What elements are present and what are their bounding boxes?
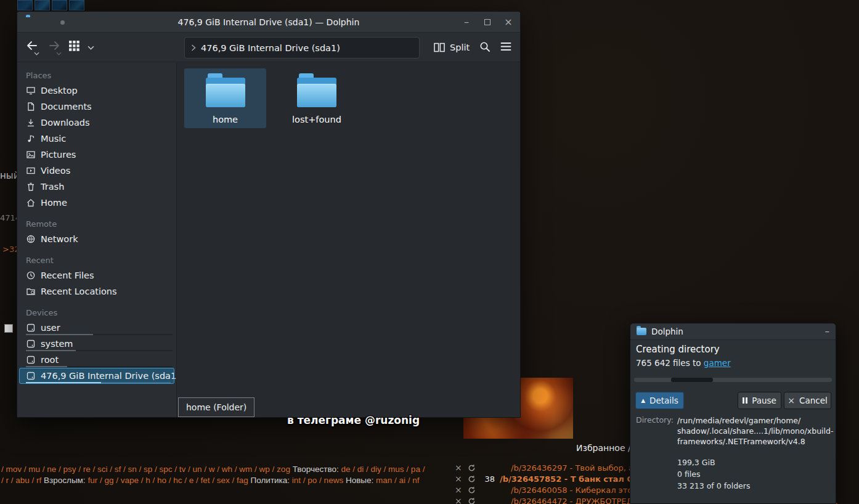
target-folder-link[interactable]: gamer (704, 358, 731, 368)
board-links[interactable]: / mov / mu / ne / psy / re / sci / sf / … (1, 465, 290, 474)
back-button[interactable] (26, 40, 38, 51)
sidebar-device-system[interactable]: system (17, 336, 176, 352)
hard-drive-icon (26, 323, 35, 333)
video-icon (26, 166, 35, 176)
directory-path: /run/media/redevl/gamer/home/ shadow/.lo… (677, 415, 835, 447)
sidebar-device-internal-drive[interactable]: 476,9 GiB Internal Drive (sda1) (19, 368, 174, 384)
progress-files-line: 765 642 files to gamer (636, 358, 731, 368)
pause-icon (743, 397, 747, 404)
forward-history-chevron-icon[interactable] (56, 52, 62, 55)
cancel-button[interactable]: × Cancel (784, 392, 831, 409)
split-button[interactable]: Split (429, 38, 474, 57)
post-checkbox[interactable] (4, 324, 13, 333)
folder-item-lost-found[interactable]: lost+found (280, 68, 354, 128)
minimize-button[interactable]: – (825, 326, 830, 337)
browser-thumbnail[interactable] (17, 0, 33, 10)
titlebar[interactable]: 476,9 GiB Internal Drive (sda1) — Dolphi… (17, 12, 520, 33)
favorite-row[interactable]: × /b/326460058 - Киберкал это ка... (455, 484, 653, 495)
sidebar-item-home[interactable]: Home (17, 195, 176, 211)
favorite-thread-link[interactable]: /b/326457852 - Т банк стал Ск... (500, 474, 647, 484)
favorite-row[interactable]: × 38 /b/326457852 - Т банк стал Ск... (455, 473, 647, 484)
sidebar-item-label: Pictures (41, 150, 76, 160)
image-icon (26, 150, 35, 160)
sidebar-item-label: system (41, 339, 73, 349)
menu-button[interactable] (500, 42, 511, 51)
progress-heading: Creating directory (636, 344, 720, 355)
directory-path-line: shadow/.local/share....1/lib/mono/xbuild… (677, 426, 835, 436)
browser-thumbnail[interactable] (52, 0, 67, 10)
maximize-button[interactable] (482, 17, 493, 28)
refresh-icon[interactable] (467, 486, 476, 494)
breadcrumb-chevron-icon (191, 44, 196, 51)
board-links[interactable]: / r / abu / rf (1, 476, 41, 485)
pause-button[interactable]: Pause (738, 392, 781, 409)
progress-bar-fill (671, 378, 713, 382)
location-bar[interactable]: 476,9 GiB Internal Drive (sda1) (184, 37, 420, 59)
dolphin-app-icon (637, 328, 646, 335)
directory-path-line: /run/media/redevl/gamer/home/ (677, 415, 835, 426)
sidebar-item-recent-locations[interactable]: Recent Locations (17, 283, 176, 299)
close-icon[interactable]: × (455, 474, 465, 484)
close-icon[interactable]: × (455, 463, 465, 473)
close-button[interactable]: × (503, 17, 514, 28)
progress-bar (634, 378, 832, 382)
refresh-icon[interactable] (467, 497, 476, 504)
sidebar-item-videos[interactable]: Videos (17, 163, 176, 179)
capacity-bar (26, 366, 173, 367)
location-text[interactable]: 476,9 GiB Internal Drive (sda1) (201, 43, 340, 53)
forward-button[interactable] (48, 40, 60, 51)
network-globe-icon (26, 235, 35, 244)
sidebar-item-network[interactable]: Network (17, 231, 176, 247)
close-icon[interactable]: × (455, 496, 465, 504)
board-section-label: Взрослым: (44, 476, 86, 485)
folder-clock-icon (26, 287, 35, 296)
sidebar-item-pictures[interactable]: Pictures (17, 147, 176, 163)
split-view-icon (434, 43, 445, 52)
sidebar-device-root[interactable]: root (17, 352, 176, 368)
favorite-row[interactable]: × /b/326436297 - Твой выбор, ан... (455, 462, 646, 473)
sidebar-item-music[interactable]: Music (17, 131, 176, 147)
hard-drive-icon (26, 339, 35, 349)
sidebar-item-recent-files[interactable]: Recent Files (17, 267, 176, 283)
board-links[interactable]: man / ai / nf (376, 476, 420, 485)
sidebar-item-label: Network (41, 234, 78, 244)
board-links[interactable]: de / di / diy / mus / pa / (341, 465, 425, 474)
sidebar-item-documents[interactable]: Documents (17, 99, 176, 115)
board-nav-row-1[interactable]: / mov / mu / ne / psy / re / sci / sf / … (1, 465, 425, 474)
search-button[interactable] (479, 41, 491, 52)
sidebar-item-downloads[interactable]: Downloads (17, 115, 176, 131)
window-title: 476,9 GiB Internal Drive (sda1) — Dolphi… (178, 17, 360, 27)
remote-section-header: Remote (17, 217, 176, 231)
back-history-chevron-icon[interactable] (34, 52, 39, 55)
details-label: Details (649, 396, 678, 405)
places-panel: Places Desktop Documents Downloads Music… (17, 62, 177, 417)
hamburger-menu-icon (500, 42, 511, 51)
details-button[interactable]: ▲ Details (635, 392, 684, 409)
browser-thumbnail[interactable] (35, 0, 50, 10)
refresh-icon[interactable] (467, 475, 476, 483)
sidebar-item-desktop[interactable]: Desktop (17, 83, 176, 99)
folder-view[interactable]: home lost+found (177, 62, 520, 417)
sidebar-item-trash[interactable]: Trash (17, 179, 176, 195)
folder-item-home[interactable]: home (184, 68, 266, 128)
board-links[interactable]: int / po / news (292, 476, 343, 485)
sidebar-item-label: Music (41, 134, 66, 144)
view-mode-button[interactable] (69, 41, 79, 51)
transfer-file-count: 0 files (677, 469, 700, 479)
capacity-bar (26, 382, 171, 383)
minimize-button[interactable]: – (461, 17, 472, 28)
search-icon (479, 41, 491, 52)
board-links[interactable]: fur / gg / vape / h / ho / hc / e / fet … (88, 476, 248, 485)
refresh-icon[interactable] (467, 464, 476, 472)
board-nav-row-2[interactable]: / r / abu / rf Взрослым: fur / gg / vape… (1, 476, 420, 485)
sidebar-item-label: Home (41, 198, 67, 208)
close-icon[interactable]: × (455, 485, 465, 495)
files-count-text: 765 642 files to (636, 358, 704, 368)
favorite-thread-link[interactable]: /b/326436297 - Твой выбор, ан... (511, 463, 646, 473)
sidebar-device-user[interactable]: user (17, 320, 176, 336)
browser-thumbnail[interactable] (69, 0, 84, 10)
progress-dialog-titlebar[interactable]: Dolphin – (630, 323, 836, 340)
watermark-text: в телеграме @ruzonig (287, 414, 420, 426)
view-mode-chevron-icon[interactable] (88, 46, 94, 50)
hard-drive-icon (26, 356, 35, 365)
